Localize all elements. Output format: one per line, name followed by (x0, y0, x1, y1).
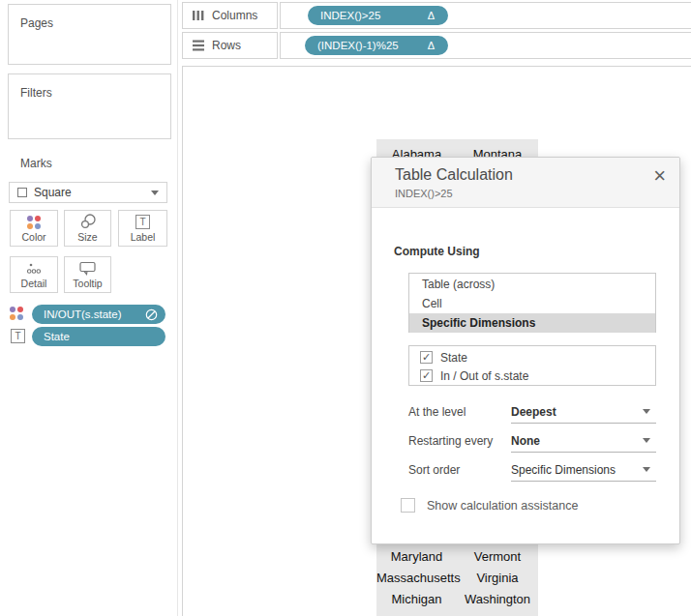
state-cell[interactable]: Minnesota (376, 610, 457, 616)
label-button-label: Label (131, 231, 156, 243)
calc-option-value: Deepest (511, 405, 556, 419)
state-row: MinnesotaWest Virginia (376, 610, 538, 616)
color-target-icon (10, 307, 23, 320)
state-row: MichiganWashington (376, 589, 538, 610)
tooltip-button[interactable]: Tooltip (64, 256, 111, 293)
calc-option-row: Sort orderSpecific Dimensions (408, 455, 656, 484)
state-cell[interactable]: Michigan (376, 589, 457, 610)
state-cell[interactable]: Washington (457, 589, 538, 610)
calc-option-row: Restarting everyNone (408, 426, 656, 455)
dialog-header: Table Calculation INDEX()>25 × (372, 158, 679, 208)
rows-shelf-label: Rows (212, 39, 241, 52)
compute-option[interactable]: Table (across) (409, 275, 655, 294)
dimension-list: ✓State✓In / Out of s.state (408, 345, 656, 386)
calc-option-dropdown[interactable]: Specific Dimensions (511, 458, 656, 482)
pill-state[interactable]: State (32, 327, 165, 346)
dialog-subtitle: INDEX()>25 (395, 188, 453, 199)
rows-bars-icon (193, 40, 204, 51)
close-icon[interactable]: × (653, 165, 666, 187)
pages-shelf-label: Pages (20, 16, 53, 30)
slash-icon (145, 308, 158, 321)
calc-option-row: At the levelDeepest (408, 397, 656, 426)
label-t-icon: T (135, 215, 150, 229)
dimension-option: ✓State (409, 348, 655, 367)
dialog-title: Table Calculation (395, 166, 513, 184)
color-dots-icon (27, 216, 41, 229)
calc-option-value: None (511, 434, 540, 448)
assistance-row: Show calculation assistance (401, 498, 578, 513)
mark-type-dropdown[interactable]: Square (9, 182, 167, 203)
mark-type-value: Square (34, 186, 144, 199)
table-calculation-dialog: Table Calculation INDEX()>25 × Compute U… (371, 157, 680, 544)
compute-option[interactable]: Cell (409, 294, 655, 313)
delta-icon: Δ (428, 10, 435, 21)
state-cell[interactable]: Maryland (376, 546, 457, 568)
calc-option-dropdown[interactable]: Deepest (511, 400, 656, 424)
dimension-checkbox[interactable]: ✓ (420, 369, 433, 382)
label-button[interactable]: T Label (118, 210, 167, 247)
compute-option[interactable]: Specific Dimensions (409, 313, 655, 333)
text-t-icon: T (11, 329, 25, 343)
dropdown-caret-icon (151, 191, 159, 195)
square-mark-icon (17, 188, 27, 197)
size-circles-icon (79, 214, 97, 229)
rows-shelf[interactable]: Rows (182, 32, 278, 59)
dropdown-caret-icon (643, 409, 650, 414)
pill-inout-label: IN/OUT(s.state) (44, 308, 122, 320)
delta-icon: Δ (428, 40, 435, 51)
state-cell[interactable]: Vermont (457, 546, 538, 568)
color-button[interactable]: Color (10, 210, 58, 247)
detail-button-label: Detail (21, 278, 47, 289)
color-button-label: Color (21, 231, 45, 243)
compute-using-heading: Compute Using (394, 245, 480, 258)
calc-option-label: Sort order (408, 463, 511, 477)
rows-pill-label: (INDEX()-1)%25 (317, 40, 399, 51)
tooltip-bubble-icon (79, 261, 96, 276)
state-row: MassachusettsVirginia (376, 568, 538, 589)
size-button[interactable]: Size (64, 210, 111, 247)
tooltip-button-label: Tooltip (73, 278, 102, 289)
state-cell[interactable]: West Virginia (457, 610, 538, 616)
panel-divider (177, 0, 178, 616)
pill-inout-s-state[interactable]: IN/OUT(s.state) (32, 305, 165, 324)
pill-state-label: State (44, 331, 70, 342)
dimension-label: State (440, 351, 467, 365)
assistance-label: Show calculation assistance (427, 499, 578, 513)
state-cell[interactable]: Massachusetts (376, 568, 457, 589)
dimension-label: In / Out of s.state (440, 369, 528, 383)
calc-option-dropdown[interactable]: None (511, 429, 656, 453)
size-button-label: Size (77, 231, 97, 243)
columns-pill[interactable]: INDEX()>25 Δ (308, 6, 448, 25)
assistance-checkbox[interactable] (401, 498, 415, 513)
pages-shelf[interactable]: Pages (8, 4, 171, 65)
filters-shelf[interactable]: Filters (8, 73, 171, 139)
calc-option-label: Restarting every (408, 434, 511, 448)
calc-option-label: At the level (408, 405, 511, 419)
columns-pill-label: INDEX()>25 (320, 10, 380, 21)
marks-card-title: Marks (20, 157, 52, 170)
state-row: MarylandVermont (376, 546, 538, 568)
dropdown-caret-icon (643, 438, 650, 443)
columns-bars-icon (193, 10, 204, 21)
compute-using-list: Table (across)CellSpecific Dimensions (408, 273, 656, 333)
columns-shelf[interactable]: Columns (182, 2, 278, 29)
dimension-checkbox[interactable]: ✓ (420, 351, 433, 364)
state-cell[interactable]: Virginia (457, 568, 538, 589)
filters-shelf-label: Filters (20, 86, 52, 100)
dimension-option: ✓In / Out of s.state (409, 367, 655, 385)
rows-pill[interactable]: (INDEX()-1)%25 Δ (305, 36, 448, 55)
detail-dots-icon (26, 262, 42, 276)
detail-button[interactable]: Detail (10, 256, 58, 293)
calc-option-value: Specific Dimensions (511, 463, 616, 477)
dropdown-caret-icon (643, 467, 650, 472)
columns-shelf-label: Columns (212, 9, 257, 22)
calc-option-rows: At the levelDeepestRestarting everyNoneS… (408, 397, 656, 484)
